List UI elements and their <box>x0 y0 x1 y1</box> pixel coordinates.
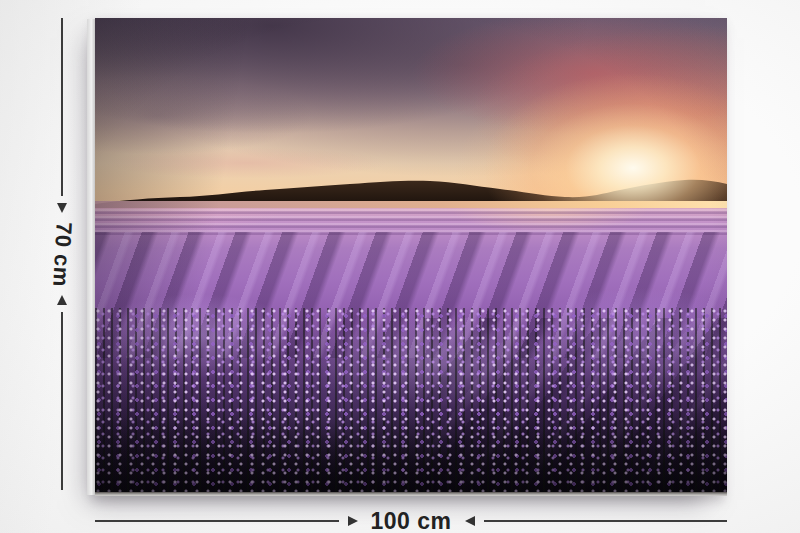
height-dimension-line-bottom <box>61 312 63 490</box>
width-dimension-line-right <box>484 520 728 522</box>
product-dimension-image: 70 cm <box>0 0 800 533</box>
arrowhead-down-icon <box>57 203 67 213</box>
arrowhead-up-icon <box>57 295 67 305</box>
height-label: 70 cm <box>47 219 77 289</box>
height-dimension-line-top <box>61 18 63 196</box>
photo-vignette <box>95 18 727 492</box>
arrowhead-right-icon <box>348 516 358 526</box>
canvas-print <box>95 18 727 496</box>
canvas-bottom-edge <box>95 492 727 496</box>
canvas-side-edge <box>87 19 95 495</box>
width-label: 100 cm <box>367 508 456 533</box>
width-dimension: 100 cm <box>95 507 727 533</box>
height-dimension: 70 cm <box>50 18 74 490</box>
arrowhead-left-icon <box>465 516 475 526</box>
lavender-field-photo <box>95 18 727 492</box>
width-dimension-line-left <box>95 520 339 522</box>
